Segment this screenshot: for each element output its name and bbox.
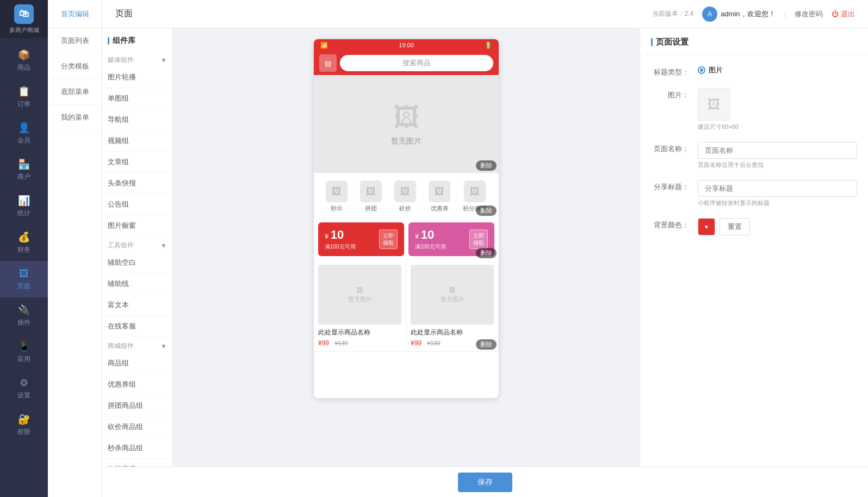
coupon-icon-box: 🖼 [429, 181, 450, 202]
component-lib-header: 组件库 [102, 28, 172, 51]
sidebar-nav: 📦 商品 📋 订单 👤 会员 🏪 商户 📊 统计 💰 财务 🖼 页面 🔌 [0, 38, 48, 497]
phone-frame: 📶 19:00 🔋 ▤ 搜索商品 🖼 暂无图片 删除 [314, 39, 499, 398]
phone-banner-section: 🖼 暂无图片 删除 [314, 75, 499, 173]
coupon-pink-btn[interactable]: 立即领取 [469, 229, 488, 249]
nav-label-group: 拼团 [365, 204, 377, 213]
share-title-hint: 小程序被转发时显示的标题 [698, 199, 857, 207]
coupon-delete-btn[interactable]: 删除 [476, 248, 497, 258]
sidebar-item-merchant[interactable]: 🏪 商户 [0, 152, 48, 188]
component-aux-blank[interactable]: 辅助空白 [102, 252, 172, 274]
second-nav-my-menu[interactable]: 我的菜单 [48, 105, 102, 131]
coupon-pink-info: ¥ 10 满100元可用 [415, 228, 446, 251]
coupon-pink-currency: ¥ [415, 232, 421, 240]
phone-status-bar: 📶 19:00 🔋 [314, 39, 499, 51]
nav-label-coupon: 优惠券 [431, 204, 449, 213]
component-nav-group[interactable]: 导航组 [102, 109, 172, 131]
merchant-icon: 🏪 [18, 158, 30, 170]
sidebar-label-merchant: 商户 [17, 172, 30, 182]
component-coupon-group[interactable]: 优惠券组 [102, 374, 172, 395]
member-icon: 👤 [18, 122, 30, 134]
order-icon: 📋 [18, 85, 30, 97]
finance-icon: 💰 [18, 231, 30, 243]
save-button[interactable]: 保存 [458, 473, 512, 492]
work-area: 组件库 媒体组件 ▼ 图片轮播 单图组 导航组 视频组 文章组 头条快报 公告组… [102, 28, 868, 467]
goods-price-old-0: ¥139 [334, 340, 348, 346]
component-customer-service[interactable]: 在线客服 [102, 316, 172, 337]
color-picker-row: ▼ 重置 [698, 218, 857, 235]
title-type-content: 图片 [698, 65, 857, 75]
color-swatch[interactable]: ▼ [698, 218, 715, 235]
sidebar-item-auth[interactable]: 🔐 权限 [0, 407, 48, 443]
sidebar-logo: 🛍 多商户商城 [0, 0, 48, 38]
coupon-red-btn[interactable]: 立即领取 [379, 229, 398, 249]
component-seckill[interactable]: 秒杀商品组 [102, 438, 172, 459]
sidebar-item-goods[interactable]: 📦 商品 [0, 42, 48, 79]
component-image-grid[interactable]: 图片橱窗 [102, 215, 172, 237]
component-rich-text[interactable]: 富文本 [102, 295, 172, 316]
coupon-pink-desc: 满100元可用 [415, 243, 446, 251]
sidebar-item-app[interactable]: 📱 应用 [0, 334, 48, 370]
battery-icon: 🔋 [485, 42, 492, 49]
phone-search-input[interactable]: 搜索商品 [340, 55, 493, 71]
page-name-hint: 页面名称仅用于后台查找 [698, 161, 857, 169]
bargain-icon-box: 🖼 [394, 181, 416, 202]
sidebar-item-settings[interactable]: ⚙ 设置 [0, 370, 48, 407]
iconnav-delete-btn[interactable]: 删除 [476, 206, 497, 216]
component-aux-line[interactable]: 辅助线 [102, 274, 172, 295]
shop-category-label: 商城组件 [108, 341, 134, 351]
goods-price-0: ¥99 ¥139 [318, 339, 401, 347]
component-bargain[interactable]: 砍价商品组 [102, 417, 172, 438]
page-name-label: 页面名称： [651, 142, 689, 154]
nav-label-seckill: 秒示 [331, 204, 343, 213]
second-nav-page-list[interactable]: 页面列表 [48, 28, 102, 54]
goods-delete-btn[interactable]: 删除 [476, 339, 497, 350]
image-upload-box[interactable]: 🖼 [698, 88, 730, 121]
logout-btn[interactable]: ⏻ 退出 [832, 9, 855, 19]
component-goods-group[interactable]: 商品组 [102, 353, 172, 374]
title-type-row: 标题类型： 图片 [651, 65, 857, 77]
tool-category: 工具组件 ▼ [102, 237, 172, 252]
logout-label: 退出 [841, 9, 855, 19]
phone-coupon-section: ¥ 10 满100元可用 立即领取 ¥ 10 满100元可 [314, 218, 499, 260]
component-notice[interactable]: 公告组 [102, 194, 172, 215]
phone-banner: 🖼 暂无图片 [314, 75, 499, 173]
component-video[interactable]: 视频组 [102, 131, 172, 152]
coupon-red: ¥ 10 满100元可用 立即领取 [318, 222, 404, 256]
sidebar-item-finance[interactable]: 💰 财务 [0, 225, 48, 261]
phone-goods-section: 🖼 暂无图片 此处显示商品名称 ¥99 ¥139 [314, 260, 499, 352]
logo-text: 多商户商城 [9, 26, 39, 34]
banner-delete-btn[interactable]: 删除 [476, 160, 497, 171]
settings-panel: 页面设置 标题类型： 图片 图片： [640, 28, 868, 467]
second-nav-category[interactable]: 分类模板 [48, 54, 102, 79]
sidebar-item-page[interactable]: 🖼 页面 [0, 261, 48, 297]
sidebar-item-stats[interactable]: 📊 统计 [0, 188, 48, 225]
radio-image-label: 图片 [709, 65, 723, 75]
page-icon: 🖼 [18, 268, 30, 279]
reset-color-btn[interactable]: 重置 [720, 218, 750, 235]
sidebar-item-member[interactable]: 👤 会员 [0, 115, 48, 152]
goods-name-0: 此处显示商品名称 [318, 328, 401, 337]
share-title-row: 分享标题： 小程序被转发时显示的标题 [651, 180, 857, 207]
shop-category: 商城组件 ▼ [102, 337, 172, 353]
page-name-input[interactable] [698, 142, 857, 159]
sidebar-label-stats: 统计 [17, 209, 30, 218]
phone-icon-nav-section: 🖼 秒示 🖼 拼团 🖼 砍价 🖼 优惠券 [314, 173, 499, 218]
second-nav-bottom-menu[interactable]: 底部菜单 [48, 79, 102, 105]
sidebar-label-order: 订单 [17, 100, 30, 109]
component-article[interactable]: 文章组 [102, 152, 172, 173]
sidebar-item-order[interactable]: 📋 订单 [0, 79, 48, 115]
goods-price-old-1: ¥139 [427, 340, 440, 346]
share-title-input[interactable] [698, 180, 857, 197]
component-single-image[interactable]: 单图组 [102, 88, 172, 109]
modify-password-btn[interactable]: 修改密码 [795, 9, 823, 19]
component-group-buy[interactable]: 拼团商品组 [102, 395, 172, 417]
wifi-icon: 📶 [320, 42, 328, 49]
component-hot-live[interactable]: 热门直播 [102, 459, 172, 467]
component-headlines[interactable]: 头条快报 [102, 173, 172, 194]
radio-image-dot [698, 66, 705, 74]
sidebar-item-plugin[interactable]: 🔌 插件 [0, 297, 48, 334]
component-image-carousel[interactable]: 图片轮播 [102, 67, 172, 88]
sidebar-label-plugin: 插件 [17, 318, 30, 327]
goods-price-new-0: ¥99 [318, 339, 329, 347]
radio-image-option[interactable]: 图片 [698, 65, 857, 75]
